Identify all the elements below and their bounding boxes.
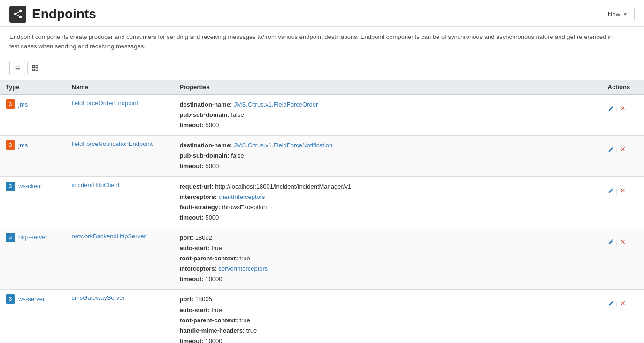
prop-value: clientInterceptors <box>219 193 265 200</box>
actions-cell: | <box>602 228 644 289</box>
col-header-type: Type <box>0 80 66 95</box>
type-cell: 3 jms <box>0 136 66 176</box>
prop-value: 5000 <box>205 162 219 169</box>
property-item: fault-strategy: throwsException <box>180 202 596 213</box>
property-item: interceptors: clientInterceptors <box>180 192 596 202</box>
action-separator: | <box>616 239 618 246</box>
type-badge: 3 <box>6 233 15 242</box>
property-item: port: 18002 <box>180 233 596 243</box>
prop-value: true <box>246 327 257 334</box>
endpoint-name-link[interactable]: fieldForceOrderEndpoint <box>72 99 138 107</box>
page-title-area: Endpoints <box>9 6 96 23</box>
endpoint-name-link[interactable]: incidentHttpClient <box>72 182 120 189</box>
edit-button[interactable] <box>608 187 614 195</box>
table-row: 3 jms fieldForceNotificationEndpointdest… <box>0 136 644 176</box>
prop-key: auto-start: <box>180 244 210 252</box>
property-item: interceptors: serverInterceptors <box>180 264 596 274</box>
property-item: timeout: 5000 <box>180 120 596 130</box>
prop-key: pub-sub-domain: <box>180 152 230 159</box>
prop-value: JMS.Citrus.v1.FieldForceNotification <box>234 142 332 149</box>
action-separator: | <box>616 300 618 307</box>
delete-button[interactable] <box>620 300 626 308</box>
delete-button[interactable] <box>620 146 626 154</box>
table-header-row: Type Name Properties Actions <box>0 80 644 95</box>
type-link[interactable]: jms <box>18 142 28 149</box>
list-view-button[interactable] <box>9 61 25 75</box>
type-cell: 3 jms <box>0 95 66 136</box>
type-badge: 3 <box>6 140 15 150</box>
col-header-properties: Properties <box>174 80 602 95</box>
table-row: 3 http-server networkBackendHttpServerpo… <box>0 228 644 289</box>
property-item: root-parent-context: true <box>180 253 596 264</box>
actions-cell: | <box>602 290 644 343</box>
properties-cell: port: 18005auto-start: trueroot-parent-c… <box>174 290 602 343</box>
properties-cell: request-url: http://localhost:18001/inci… <box>174 176 602 228</box>
delete-button[interactable] <box>620 105 626 113</box>
edit-button[interactable] <box>608 105 614 113</box>
property-item: auto-start: true <box>180 305 596 315</box>
prop-key: port: <box>180 234 194 241</box>
delete-button[interactable] <box>620 187 626 195</box>
prop-value: throwsException <box>222 204 267 211</box>
table-row: 3 jms fieldForceOrderEndpointdestination… <box>0 95 644 136</box>
edit-button[interactable] <box>608 300 614 308</box>
prop-key: destination-name: <box>180 142 232 149</box>
prop-value: false <box>231 152 244 159</box>
col-header-name: Name <box>66 80 174 95</box>
endpoint-name-link[interactable]: networkBackendHttpServer <box>72 233 146 240</box>
property-item: destination-name: JMS.Citrus.v1.FieldFor… <box>180 140 596 151</box>
prop-key: timeout: <box>180 162 204 169</box>
property-item: port: 18005 <box>180 294 596 305</box>
new-button-label: New <box>608 11 620 18</box>
property-item: pub-sub-domain: false <box>180 110 596 120</box>
page-description: Endpoint components create producer and … <box>0 27 629 58</box>
new-button-caret: ▼ <box>623 12 628 17</box>
property-item: timeout: 10000 <box>180 274 596 284</box>
new-button[interactable]: New ▼ <box>601 8 635 21</box>
prop-key: root-parent-context: <box>180 255 238 262</box>
name-cell: fieldForceOrderEndpoint <box>66 95 174 136</box>
prop-key: interceptors: <box>180 265 217 272</box>
prop-key: timeout: <box>180 214 204 221</box>
property-item: timeout: 10000 <box>180 336 596 343</box>
type-badge: 3 <box>6 294 15 304</box>
property-item: handle-mime-headers: true <box>180 326 596 336</box>
type-link[interactable]: ws-server <box>18 296 45 303</box>
property-item: pub-sub-domain: false <box>180 151 596 161</box>
prop-key: request-url: <box>180 183 214 190</box>
view-toolbar <box>0 58 644 80</box>
name-cell: smsGatewayServer <box>66 290 174 343</box>
edit-button[interactable] <box>608 238 614 246</box>
property-item: request-url: http://localhost:18001/inci… <box>180 182 596 192</box>
name-cell: networkBackendHttpServer <box>66 228 174 289</box>
prop-value: true <box>211 306 222 313</box>
property-item: timeout: 5000 <box>180 161 596 171</box>
prop-key: handle-mime-headers: <box>180 327 245 334</box>
endpoint-name-link[interactable]: smsGatewayServer <box>72 294 125 301</box>
prop-value: false <box>231 111 244 118</box>
page-icon <box>9 6 26 23</box>
type-cell: 3 http-server <box>0 228 66 289</box>
action-separator: | <box>616 188 618 195</box>
delete-button[interactable] <box>620 238 626 246</box>
col-header-actions: Actions <box>602 80 644 95</box>
grid-view-button[interactable] <box>27 61 43 75</box>
prop-value: true <box>239 255 250 262</box>
edit-button[interactable] <box>608 146 614 154</box>
property-item: auto-start: true <box>180 243 596 253</box>
name-cell: incidentHttpClient <box>66 176 174 228</box>
prop-key: auto-start: <box>180 306 210 313</box>
prop-key: timeout: <box>180 337 204 343</box>
header: Endpoints New ▼ <box>0 0 644 27</box>
prop-key: root-parent-context: <box>180 317 238 324</box>
type-link[interactable]: jms <box>18 101 28 108</box>
endpoint-name-link[interactable]: fieldForceNotificationEndpoint <box>72 140 153 147</box>
actions-cell: | <box>602 95 644 136</box>
prop-key: timeout: <box>180 122 204 129</box>
prop-value: 5000 <box>205 214 219 221</box>
prop-value: http://localhost:18001/incident/Incident… <box>215 183 351 190</box>
action-separator: | <box>616 146 618 153</box>
name-cell: fieldForceNotificationEndpoint <box>66 136 174 176</box>
type-link[interactable]: http-server <box>18 234 47 241</box>
type-link[interactable]: ws-client <box>18 183 42 190</box>
